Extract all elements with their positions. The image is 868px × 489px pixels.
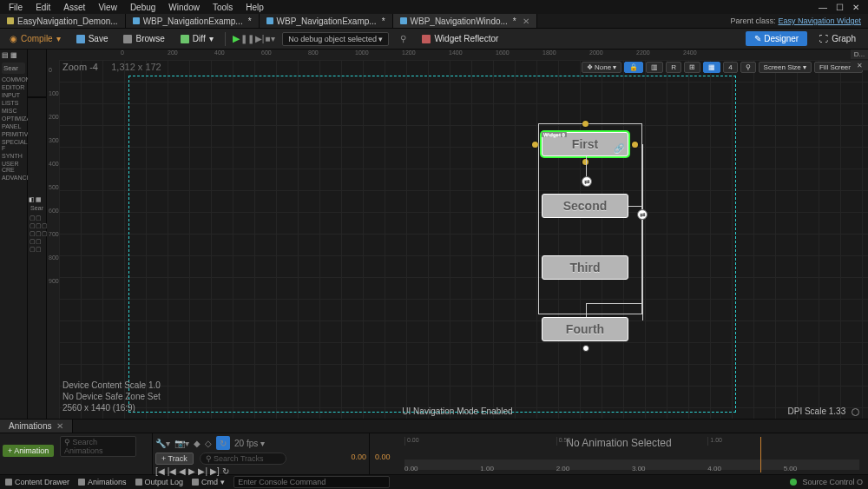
palette-cat-special[interactable]: SPECIAL F — [0, 138, 27, 152]
anchor-right-icon[interactable] — [632, 142, 638, 148]
nav-node-icon[interactable]: ⇄ — [582, 176, 592, 187]
palette-tab-icon[interactable]: ▤ — [2, 51, 9, 59]
hierarchy-tab-icon[interactable]: ◧ — [29, 196, 35, 203]
chevron-down-icon[interactable]: ▾ — [271, 34, 275, 43]
save-button[interactable]: Save — [72, 31, 113, 46]
menu-edit[interactable]: Edit — [36, 3, 50, 12]
palette-library-icon[interactable]: ▦ — [10, 51, 17, 59]
zoom-toggle[interactable]: ⚲ — [740, 62, 756, 73]
designer-mode-button[interactable]: ✎ Designer — [746, 31, 807, 46]
close-details-button[interactable]: ✕ — [851, 61, 868, 70]
goto-start-button[interactable]: [◀ — [155, 466, 165, 476]
menu-help[interactable]: Help — [246, 3, 264, 12]
widget-button-third[interactable]: Third — [542, 255, 628, 280]
pause-button[interactable]: ❚❚ — [240, 34, 254, 43]
canvas[interactable]: Widget 0 First 🔗 ⇄ Second ⇄ Third — [59, 60, 868, 419]
animation-search[interactable]: ⚲ Search Animations — [60, 436, 136, 457]
loop-toggle[interactable]: ↻ — [222, 466, 229, 476]
menu-file[interactable]: File — [9, 3, 23, 12]
anchor-left-icon[interactable] — [532, 142, 538, 148]
tab-level[interactable]: EasyNavigation_Demon... — [0, 14, 126, 28]
lock-button[interactable]: 🔒 — [624, 62, 643, 73]
hierarchy-tree[interactable]: ▢▢▢▢▢▢▢▢▢▢▢▢ — [28, 212, 46, 254]
gear-icon[interactable] — [852, 408, 859, 416]
debug-object-selector[interactable]: No debug object selected ▾ — [282, 32, 389, 46]
add-track-button[interactable]: + Track — [155, 453, 194, 465]
animations-button[interactable]: Animations — [78, 478, 127, 486]
menu-tools[interactable]: Tools — [213, 3, 233, 12]
palette-cat-user[interactable]: USER CRE — [0, 160, 27, 174]
minimize-icon[interactable]: — — [819, 3, 827, 12]
next-key-button[interactable]: ▶| — [198, 466, 207, 476]
prev-key-button[interactable]: |◀ — [168, 466, 177, 476]
diff-button[interactable]: Diff ▾ — [176, 31, 218, 46]
parent-class-value[interactable]: Easy Navigation Widget — [778, 17, 861, 25]
details-collapsed-button[interactable]: D... — [851, 50, 868, 59]
camera-icon[interactable]: 📷▾ — [174, 439, 189, 448]
layout-mode-button[interactable]: ❖ None ▾ — [582, 62, 622, 73]
parent-class-link[interactable]: Parent class: Easy Navigation Widget — [723, 14, 868, 28]
animations-tab[interactable]: Animations ✕ — [0, 420, 73, 433]
menu-window[interactable]: Window — [168, 3, 200, 12]
menu-asset[interactable]: Asset — [63, 3, 85, 12]
hierarchy-bind-icon[interactable]: ▦ — [36, 196, 42, 203]
source-control-button[interactable]: Source Control O — [790, 478, 863, 486]
palette-cat-primitive[interactable]: PRIMITIVE — [0, 130, 27, 138]
palette-cat-advance[interactable]: ADVANCE — [0, 174, 27, 182]
cmd-selector[interactable]: Cmd ▾ — [192, 478, 225, 486]
dpi-scale[interactable]: DPI Scale 1.33 — [788, 406, 860, 416]
tab-widget-1[interactable]: WBP_NavigationExamp... * — [126, 14, 260, 28]
close-icon[interactable]: ✕ — [852, 3, 859, 12]
palette-cat-synth[interactable]: SYNTH — [0, 152, 27, 160]
menu-view[interactable]: View — [98, 3, 117, 12]
widget-reflector-button[interactable]: Widget Reflector — [418, 31, 503, 46]
compile-button[interactable]: ◉ Compile ▾ — [5, 31, 65, 46]
palette-cat-editor[interactable]: EDITOR — [0, 83, 27, 91]
nav-node-icon[interactable]: ⇄ — [637, 209, 648, 220]
palette-cat-common[interactable]: COMMON — [0, 76, 27, 83]
time-start[interactable]: 0.00 — [375, 453, 391, 461]
tab-widget-2[interactable]: WBP_NavigationExamp... * — [260, 14, 393, 28]
localization-toggle[interactable]: ⊞ — [684, 62, 700, 73]
key-icon[interactable]: ◆ — [194, 439, 201, 448]
palette-cat-input[interactable]: INPUT — [0, 91, 27, 99]
tab-widget-3[interactable]: WBP_NavigationWindo... * ✕ — [393, 14, 537, 28]
widget-button-fourth[interactable]: Fourth — [542, 317, 628, 341]
respect-locks-toggle[interactable]: R — [666, 62, 681, 73]
loop-button[interactable]: ↻ — [216, 436, 230, 450]
maximize-icon[interactable]: ☐ — [836, 3, 844, 12]
console-command-input[interactable] — [233, 476, 390, 488]
palette-cat-optimization[interactable]: OPTIMIZA — [0, 115, 27, 122]
find-button[interactable]: ⚲ — [396, 31, 411, 46]
palette-search[interactable]: Sear — [2, 63, 25, 74]
grid-snap-toggle[interactable]: ▦ — [703, 62, 720, 73]
key-all-icon[interactable]: ◇ — [205, 439, 212, 448]
graph-mode-button[interactable]: ⛶ Graph — [812, 31, 863, 46]
designer-viewport[interactable]: 0 200 400 600 800 1000 1200 1400 1600 18… — [47, 50, 868, 419]
playhead[interactable] — [760, 437, 761, 472]
palette-cat-lists[interactable]: LISTS — [0, 99, 27, 107]
current-time[interactable]: 0.00 — [351, 453, 366, 461]
play-button[interactable]: ▶ — [233, 33, 240, 44]
browse-button[interactable]: Browse — [119, 31, 168, 46]
outline-toggle[interactable]: ▥ — [646, 62, 663, 73]
widget-button-second[interactable]: Second — [542, 194, 628, 218]
tab-close-icon[interactable]: ✕ — [523, 17, 529, 26]
play-forward-button[interactable]: ▶ — [188, 466, 195, 476]
resize-handle[interactable] — [582, 345, 589, 352]
tab-close-icon[interactable]: ✕ — [56, 421, 63, 431]
wrench-icon[interactable]: 🔧▾ — [155, 439, 170, 448]
stop-button[interactable]: ■ — [265, 34, 270, 43]
screen-size-button[interactable]: Screen Size ▾ — [759, 62, 812, 73]
menu-debug[interactable]: Debug — [130, 3, 155, 12]
palette-cat-misc[interactable]: MISC — [0, 107, 27, 115]
play-reverse-button[interactable]: ◀ — [179, 466, 186, 476]
grid-snap-value[interactable]: 4 — [723, 62, 737, 73]
palette-cat-panel[interactable]: PANEL — [0, 122, 27, 130]
widget-button-first[interactable]: Widget 0 First 🔗 — [542, 132, 628, 156]
timeline[interactable]: No Animation Selected 0.00 0.50 1.00 0.0… — [370, 433, 868, 474]
content-drawer-button[interactable]: Content Drawer — [5, 478, 69, 486]
output-log-button[interactable]: Output Log — [135, 478, 184, 486]
goto-end-button[interactable]: ▶] — [210, 466, 220, 476]
add-animation-button[interactable]: + Animation — [3, 445, 54, 457]
